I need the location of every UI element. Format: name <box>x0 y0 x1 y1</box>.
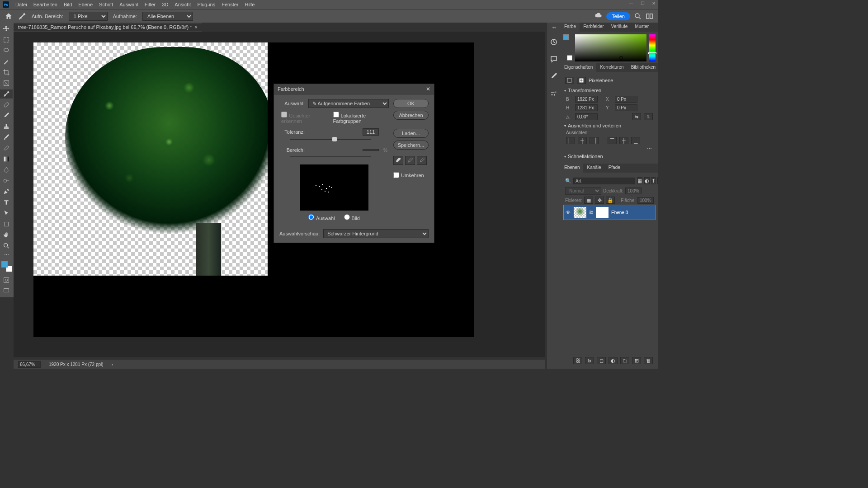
frame-tool[interactable] <box>0 79 13 88</box>
align-left-icon[interactable]: ▏ <box>566 137 575 144</box>
blend-mode-select[interactable]: Normal <box>565 187 601 195</box>
preview-mode-select[interactable]: Schwarzer Hintergrund <box>323 229 429 238</box>
flip-h-icon[interactable]: ⇋ <box>632 113 641 120</box>
transform-section-header[interactable]: ▾Transformieren <box>563 86 656 95</box>
align-more-icon[interactable]: ⋯ <box>647 146 652 151</box>
layer-visibility-icon[interactable]: 👁 <box>566 210 571 215</box>
opacity-field[interactable] <box>625 188 642 194</box>
menu-file[interactable]: Datei <box>15 2 27 7</box>
flip-v-icon[interactable]: ⥮ <box>644 113 653 120</box>
new-adjustment-icon[interactable]: ◐ <box>609 357 618 364</box>
filter-type-icon[interactable]: T <box>651 177 656 184</box>
tab-layers[interactable]: Ebenen <box>561 164 583 173</box>
eyedropper-plus-icon[interactable] <box>405 156 415 165</box>
brushes-panel-icon[interactable] <box>550 72 558 80</box>
crop-tool[interactable] <box>0 68 13 77</box>
sample-size-select[interactable]: 1 Pixel <box>69 12 108 21</box>
menu-type[interactable]: Schrift <box>99 2 113 7</box>
link-icon[interactable]: ⛓ <box>589 210 593 215</box>
select-dropdown[interactable]: ✎ Aufgenommene Farben <box>308 99 389 108</box>
stamp-tool[interactable] <box>0 122 13 131</box>
pen-tool[interactable] <box>0 187 13 196</box>
preview-image-radio[interactable]: Bild <box>344 214 360 221</box>
fill-field[interactable] <box>637 197 654 204</box>
lock-pixels-icon[interactable]: ▦ <box>584 197 593 204</box>
screen-mode-toggle[interactable] <box>0 286 13 296</box>
brush-tool[interactable] <box>0 111 13 120</box>
tab-adjustments[interactable]: Korrekturen <box>596 63 627 72</box>
layer-fx-icon[interactable]: fx <box>585 357 594 364</box>
status-chevron-icon[interactable]: › <box>112 362 113 367</box>
load-button[interactable]: Laden... <box>393 129 429 138</box>
window-maximize-icon[interactable]: ☐ <box>641 1 645 6</box>
workspace-icon[interactable] <box>646 12 654 20</box>
healing-tool[interactable] <box>0 100 13 109</box>
layer-row[interactable]: 👁 ⛓ Ebene 0 <box>563 205 656 220</box>
filter-adjust-icon[interactable]: ◐ <box>644 177 650 184</box>
dodge-tool[interactable] <box>0 176 13 185</box>
tab-patterns[interactable]: Muster <box>631 23 652 32</box>
menu-help[interactable]: Hilfe <box>245 2 255 7</box>
tab-gradients[interactable]: Verläufe <box>608 23 632 32</box>
window-close-icon[interactable]: ✕ <box>652 1 656 6</box>
x-field[interactable]: 0 Px <box>615 96 637 103</box>
move-tool[interactable] <box>0 24 13 33</box>
link-layers-icon[interactable]: ⛓ <box>573 357 582 364</box>
share-button[interactable]: Teilen <box>606 12 630 20</box>
dialog-titlebar[interactable]: Farbbereich ✕ <box>274 84 434 94</box>
align-vcenter-icon[interactable]: ┼ <box>619 137 628 144</box>
menu-filter[interactable]: Filter <box>145 2 156 7</box>
align-right-icon[interactable]: ▕ <box>590 137 599 144</box>
new-layer-icon[interactable]: ⊞ <box>632 357 641 364</box>
invert-checkbox[interactable] <box>393 172 399 178</box>
zoom-input[interactable] <box>18 361 41 368</box>
close-tab-icon[interactable]: × <box>194 24 197 30</box>
cloud-doc-icon[interactable] <box>594 12 603 20</box>
tab-color[interactable]: Farbe <box>561 23 580 32</box>
menu-window[interactable]: Fenster <box>222 2 238 7</box>
filter-shape-icon[interactable]: ◻ <box>657 177 658 184</box>
eyedropper-tool[interactable] <box>0 89 13 99</box>
menu-edit[interactable]: Bearbeiten <box>33 2 57 7</box>
collapse-toggle-icon[interactable]: ◂◂ <box>547 25 561 29</box>
home-icon[interactable] <box>5 12 13 20</box>
eyedropper-icon[interactable] <box>393 156 403 165</box>
eraser-tool[interactable] <box>0 144 13 153</box>
fuzziness-slider[interactable] <box>290 137 371 143</box>
delete-layer-icon[interactable]: 🗑 <box>644 357 653 364</box>
cancel-button[interactable]: Abbrechen <box>393 111 429 120</box>
new-group-icon[interactable]: 🗀 <box>620 357 629 364</box>
eyedropper-minus-icon[interactable] <box>417 156 427 165</box>
tab-libraries[interactable]: Bibliotheken <box>627 63 658 72</box>
align-section-header[interactable]: ▾Ausrichten und verteilen <box>563 121 656 130</box>
color-swatches[interactable] <box>563 34 572 61</box>
tab-properties[interactable]: Eigenschaften <box>561 63 596 72</box>
layer-mask-thumbnail[interactable] <box>596 207 609 218</box>
width-field[interactable]: 1920 Px <box>575 96 598 103</box>
edit-toolbar[interactable]: ⋯ <box>0 252 13 258</box>
align-hcenter-icon[interactable]: ┼ <box>578 137 587 144</box>
height-field[interactable]: 1281 Px <box>575 104 598 111</box>
menu-select[interactable]: Auswahl <box>119 2 138 7</box>
shape-tool[interactable] <box>0 220 13 229</box>
tab-swatches[interactable]: Farbfelder <box>580 23 608 32</box>
tab-channels[interactable]: Kanäle <box>583 164 604 173</box>
layer-filter-select[interactable] <box>573 178 635 184</box>
quick-mask-toggle[interactable] <box>0 276 13 285</box>
wand-tool[interactable] <box>0 57 13 66</box>
document-tab[interactable]: tree-7186835_Ramon Perucho auf Pixabay.j… <box>14 23 202 31</box>
history-brush-tool[interactable] <box>0 133 13 142</box>
selection-preview[interactable] <box>300 164 368 211</box>
foreground-background-swatch[interactable] <box>1 261 12 272</box>
filter-pixel-icon[interactable]: ▦ <box>637 177 642 184</box>
lasso-tool[interactable] <box>0 46 13 55</box>
quick-actions-header[interactable]: ▾Schnellaktionen <box>563 152 656 161</box>
path-select-tool[interactable] <box>0 209 13 218</box>
menu-image[interactable]: Bild <box>64 2 72 7</box>
save-button[interactable]: Speichern... <box>393 141 429 150</box>
layer-thumbnail[interactable] <box>574 207 586 218</box>
adjustments-panel-icon[interactable] <box>550 89 558 98</box>
type-tool[interactable] <box>0 198 13 207</box>
angle-field[interactable]: 0,00° <box>575 113 598 120</box>
history-panel-icon[interactable] <box>550 38 558 46</box>
